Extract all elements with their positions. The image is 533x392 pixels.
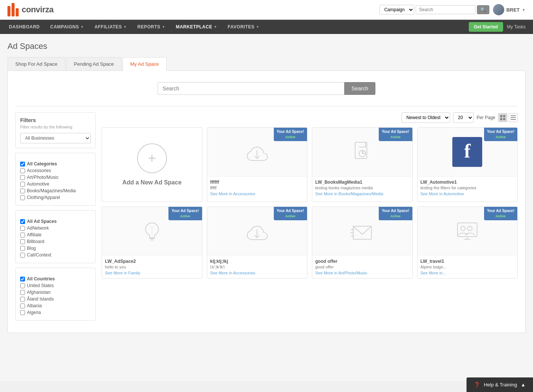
search-button[interactable]: Search: [344, 82, 375, 95]
nav-item-campaigns[interactable]: CAMPAIGNS ▼: [45, 20, 89, 34]
svg-rect-3: [503, 118, 505, 120]
nav-item-dashboard[interactable]: DASHBOARD: [4, 20, 45, 34]
logo-icon: [7, 3, 19, 16]
clothing-checkbox[interactable]: [20, 195, 25, 200]
svg-rect-5: [511, 117, 516, 118]
ad-card-link-2[interactable]: See More in Books/Magazines/Media: [315, 192, 409, 196]
ad-card-badge-4: Your Ad Space! Active: [168, 207, 202, 220]
billboard-checkbox[interactable]: [20, 239, 25, 244]
affiliates-arrow: ▼: [123, 25, 127, 29]
user-dropdown-arrow: ▼: [522, 8, 526, 12]
blog-checkbox[interactable]: [20, 246, 25, 251]
ad-card-automotive: Your Ad Space! Active f LW_Automotive1 t…: [417, 127, 518, 202]
grid-view-button[interactable]: [498, 113, 507, 122]
filter-clothing[interactable]: Clothing/Apparel: [20, 194, 91, 201]
adspaces-list: All Ad Spaces AdNetwork Affiliate B: [20, 218, 91, 258]
aland-checkbox[interactable]: [20, 297, 25, 302]
search-input[interactable]: [158, 82, 344, 95]
tab-pending[interactable]: Pending Ad Space: [66, 57, 122, 71]
afghanistan-checkbox[interactable]: [20, 290, 25, 295]
accessories-checkbox[interactable]: [20, 168, 25, 173]
ad-card-info-4: LW_AdSpace2 hello to you See More in Fam…: [102, 255, 202, 278]
navigation: DASHBOARD CAMPAIGNS ▼ AFFILIATES ▼ REPOR…: [0, 20, 533, 34]
filter-afghanistan[interactable]: Afghanistan: [20, 289, 91, 296]
ad-card-link-7[interactable]: See More in...: [421, 271, 515, 275]
filter-blog[interactable]: Blog: [20, 245, 91, 252]
filter-call-context[interactable]: Call/Context: [20, 252, 91, 258]
ad-card-link-1[interactable]: See More in Accessories: [210, 192, 304, 196]
ad-card-link-4[interactable]: See More in Family: [105, 271, 199, 275]
filter-all-adspaces[interactable]: All Ad Spaces: [20, 218, 91, 225]
filter-automotive[interactable]: Automotive: [20, 181, 91, 187]
filter-all-countries[interactable]: All Countries: [20, 276, 91, 282]
main-content: Ad Spaces Shop For Ad Space Pending Ad S…: [0, 34, 533, 381]
nav-item-affiliates[interactable]: AFFILIATES ▼: [89, 20, 132, 34]
filter-affiliate[interactable]: Affiliate: [20, 231, 91, 238]
facebook-icon: f: [452, 137, 482, 167]
filter-adspaces-section: All Ad Spaces AdNetwork Affiliate B: [15, 210, 96, 263]
nav-item-reports[interactable]: REPORTS ▼: [132, 20, 171, 34]
albania-checkbox[interactable]: [20, 304, 25, 308]
header-search-button[interactable]: 🔍: [477, 5, 489, 14]
get-started-button[interactable]: Get Started: [469, 22, 503, 32]
nav-item-favorites[interactable]: FAVORITES ▼: [223, 20, 265, 34]
tab-my-ad-space[interactable]: My Ad Space: [123, 57, 167, 71]
filter-billboard[interactable]: Billboard: [20, 238, 91, 245]
businesses-filter[interactable]: All Businesses: [20, 133, 91, 143]
countries-list: All Countries United States Afghanistan: [20, 276, 91, 316]
us-checkbox[interactable]: [20, 283, 25, 288]
ad-card-travel: Your Ad Space! Active: [417, 206, 518, 279]
automotive-checkbox[interactable]: [20, 182, 25, 187]
campaigns-arrow: ▼: [80, 25, 84, 29]
ad-card-link-6[interactable]: See More in Art/Photo/Music: [315, 271, 409, 275]
tabs-container: Shop For Ad Space Pending Ad Space My Ad…: [7, 57, 526, 71]
avatar-image: [493, 4, 504, 15]
all-countries-checkbox[interactable]: [20, 277, 25, 281]
filter-books-magazines[interactable]: Books/Magazines/Media: [20, 187, 91, 194]
filter-us[interactable]: United States: [20, 282, 91, 289]
ad-card-badge-2: Your Ad Space! Active: [379, 128, 412, 141]
filter-all-categories[interactable]: All Categories: [20, 161, 91, 167]
list-view-button[interactable]: [509, 113, 518, 122]
my-tasks-link[interactable]: My Tasks: [503, 24, 529, 29]
per-page-dropdown[interactable]: 204060: [453, 112, 474, 123]
ad-card-badge-5: Your Ad Space! Active: [274, 207, 307, 220]
ad-card-klj: Your Ad Space! Active klj;klj;lkj: [207, 206, 308, 279]
group-icon: [454, 218, 480, 244]
affiliate-checkbox[interactable]: [20, 233, 25, 237]
logo-bar-2: [12, 3, 15, 16]
username-label: BRET: [506, 7, 520, 13]
books-checkbox[interactable]: [20, 189, 25, 193]
campaign-dropdown[interactable]: Campaign: [379, 5, 414, 15]
filter-accessories[interactable]: Accessories: [20, 167, 91, 174]
algeria-checkbox[interactable]: [20, 310, 25, 315]
filter-aland-islands[interactable]: Åland Islands: [20, 296, 91, 302]
filter-art-photo-music[interactable]: Art/Photo/Music: [20, 174, 91, 181]
all-adspaces-checkbox[interactable]: [20, 219, 25, 224]
help-training-bar[interactable]: ❓ Help & Training ▲: [467, 377, 533, 381]
call-context-checkbox[interactable]: [20, 253, 25, 258]
grid-controls: Newest to OldestOldest to NewestA to ZZ …: [102, 112, 518, 123]
ad-card-info-3: LW_Automotive1 testing the filters for c…: [418, 176, 518, 199]
nav-item-marketplace[interactable]: MARKETPLACE ▼: [171, 20, 223, 34]
filter-algeria[interactable]: Algeria: [20, 309, 91, 316]
ad-card-ffffff: Your Ad Space! Active ffffff: [207, 127, 308, 202]
art-checkbox[interactable]: [20, 175, 25, 180]
all-categories-checkbox[interactable]: [20, 162, 25, 167]
favorites-arrow: ▼: [256, 25, 259, 29]
sort-dropdown[interactable]: Newest to OldestOldest to NewestA to ZZ …: [402, 112, 450, 123]
header-search-input[interactable]: [416, 5, 475, 14]
filter-albania[interactable]: Albania: [20, 302, 91, 309]
add-new-label: Add a New Ad Space: [122, 179, 182, 186]
tab-shop[interactable]: Shop For Ad Space: [7, 57, 65, 71]
add-new-ad-space-card[interactable]: + Add a New Ad Space: [102, 127, 202, 202]
ad-card-link-5[interactable]: See More in Accessories: [210, 271, 304, 275]
ad-card-badge-1: Your Ad Space! Active: [274, 128, 307, 141]
adnetwork-checkbox[interactable]: [20, 226, 25, 231]
filter-adnetwork[interactable]: AdNetwork: [20, 225, 91, 231]
user-area[interactable]: BRET ▼: [493, 4, 526, 15]
ad-card-badge-3: Your Ad Space! Active: [484, 128, 517, 141]
svg-rect-14: [353, 226, 371, 239]
ad-card-adspace2: Your Ad Space! Active: [102, 206, 202, 279]
ad-card-link-3[interactable]: See More in Automotive: [421, 192, 515, 196]
